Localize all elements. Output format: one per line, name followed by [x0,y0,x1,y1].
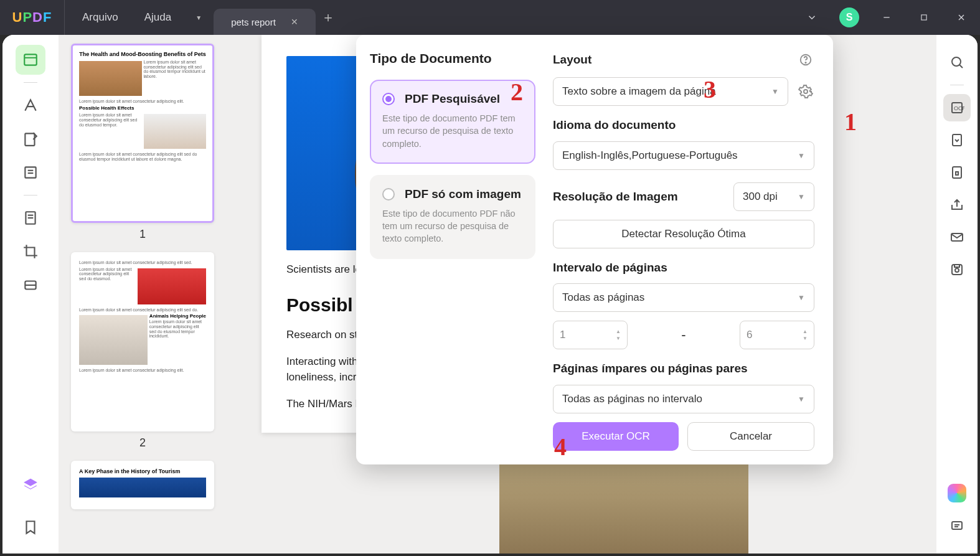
page-range-select[interactable]: Todas as páginas▼ [553,283,814,312]
doctype-desc: Este tipo de documento PDF não tem um re… [382,207,523,245]
step-up-icon[interactable]: ▲ [616,329,621,334]
chevron-down-icon: ▼ [798,151,805,160]
help-icon[interactable] [797,51,814,68]
doctype-label: PDF só com imagem [405,187,521,201]
doctype-option-image-only[interactable]: PDF só com imagem Este tipo de documento… [370,175,535,259]
thumbnail-page-3[interactable]: A Key Phase in the History of Tourism [71,461,214,509]
tab-pets-report[interactable]: pets report ✕ [214,9,316,35]
radio-icon [382,93,395,105]
doctype-label: PDF Pesquisável [405,92,500,106]
thumbnail-label-1: 1 [71,228,214,241]
run-ocr-button[interactable]: Executar OCR [553,422,679,451]
cancel-button[interactable]: Cancelar [687,422,814,451]
svg-rect-21 [953,134,961,146]
share-button[interactable] [943,191,971,219]
menu-file[interactable]: Arquivo [82,11,118,24]
svg-point-17 [952,57,961,66]
annotation-3: 3 [704,75,716,104]
menu-help[interactable]: Ajuda [144,11,171,24]
protect-button[interactable] [943,159,971,186]
resolution-label: Resolução de Imagem [553,190,725,204]
svg-line-18 [959,65,963,68]
tabbar: pets report ✕ [214,0,316,35]
page-from-input[interactable]: ▲▼ [553,321,628,349]
titlebar-chevron-down[interactable] [793,0,831,35]
ocr-panel: Tipo de Documento PDF Pesquisável Este t… [356,35,833,464]
menubar: Arquivo Ajuda [65,0,189,35]
ocr-doctype-heading: Tipo de Documento [370,51,535,66]
svg-point-34 [804,90,808,93]
tool-redact[interactable] [16,270,45,300]
language-label: Idioma do documento [553,118,814,133]
step-up-icon[interactable]: ▲ [803,329,808,334]
tab-list-dropdown[interactable]: ▼ [189,0,209,35]
window-minimize-button[interactable] [868,0,905,35]
layout-select[interactable]: Texto sobre a imagem da página▼ [553,77,788,106]
search-button[interactable] [943,49,971,76]
odd-even-select[interactable]: Todas as páginas no intervalo▼ [553,385,814,413]
radio-icon [382,188,395,200]
convert-button[interactable] [943,126,971,154]
page-to-input[interactable]: ▲▼ [740,321,814,349]
svg-marker-16 [24,479,37,486]
ocr-button[interactable]: OCR [943,94,971,121]
chevron-down-icon: ▼ [798,293,805,302]
language-select[interactable]: English-Inglês,Portuguese-Português▼ [553,141,814,170]
tab-title: pets report [231,17,276,27]
tool-layers[interactable] [16,470,45,500]
email-button[interactable] [943,224,971,251]
titlebar: UPDF Arquivo Ajuda ▼ pets report ✕ ＋ S [0,0,980,35]
tool-organize[interactable] [16,158,45,187]
tool-highlight[interactable] [16,90,45,120]
annotation-1: 1 [844,107,857,136]
doctype-desc: Este tipo de documento PDF tem um recurs… [382,112,523,150]
layout-label: Layout [553,53,788,67]
detect-resolution-button[interactable]: Detectar Resolução Ótima [553,220,814,248]
tab-close-icon[interactable]: ✕ [291,17,298,27]
tool-form[interactable] [16,203,45,233]
dpi-select[interactable]: 300 dpi▼ [733,182,814,211]
thumbnail-page-1[interactable]: The Health and Mood-Boosting Benefits of… [71,44,214,223]
svg-text:OCR: OCR [954,105,964,111]
right-toolbar: OCR [936,35,978,554]
chevron-down-icon: ▼ [798,395,805,403]
save-as-button[interactable] [943,256,971,283]
app-logo: UPDF [0,0,65,35]
tool-crop[interactable] [16,237,45,266]
window-maximize-button[interactable] [905,0,943,35]
svg-rect-7 [25,133,34,146]
range-dash: - [636,327,731,343]
step-down-icon[interactable]: ▼ [803,336,808,341]
tool-edit[interactable] [16,124,45,154]
window-close-button[interactable] [943,0,980,35]
page-range-label: Intervalo de páginas [553,261,814,275]
user-avatar[interactable]: S [839,7,859,27]
svg-rect-26 [952,265,962,275]
gear-icon[interactable] [797,83,814,100]
annotation-2: 2 [511,77,523,106]
svg-rect-1 [921,15,926,20]
step-down-icon[interactable]: ▼ [616,336,621,341]
tool-bookmark[interactable] [16,512,45,542]
svg-rect-28 [954,265,959,267]
chevron-down-icon: ▼ [771,87,779,96]
new-tab-button[interactable]: ＋ [316,0,341,35]
updf-ai-button[interactable] [948,484,966,502]
svg-point-33 [805,62,806,63]
svg-point-27 [955,268,959,272]
tool-reader[interactable] [16,45,45,75]
thumbnail-label-2: 2 [71,436,214,450]
left-toolbar [2,35,59,554]
svg-rect-23 [956,172,958,175]
odd-even-label: Páginas ímpares ou páginas pares [553,362,814,376]
thumbnail-panel[interactable]: The Health and Mood-Boosting Benefits of… [59,35,227,554]
thumbnail-page-2[interactable]: Lorem ipsum dolor sit amet consectetur a… [71,252,214,431]
svg-rect-4 [24,54,37,65]
chevron-down-icon: ▼ [798,192,805,201]
annotation-4: 4 [554,432,567,461]
comment-button[interactable] [943,512,971,540]
inline-image [499,454,748,554]
